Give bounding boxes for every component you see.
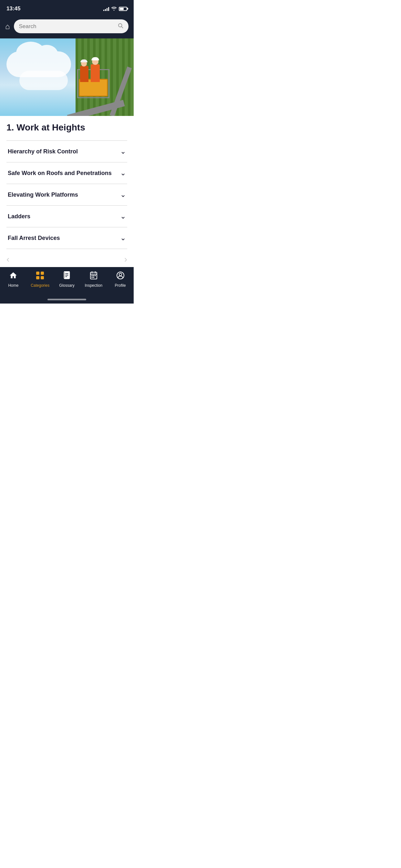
home-bar <box>0 296 134 304</box>
svg-rect-3 <box>41 272 44 275</box>
svg-point-22 <box>119 273 122 276</box>
svg-rect-11 <box>64 272 65 278</box>
nav-item-categories[interactable]: Categories <box>27 271 54 288</box>
search-bar[interactable] <box>14 20 129 33</box>
svg-rect-20 <box>93 277 94 278</box>
accordion-label-safe-work: Safe Work on Roofs and Penetrations <box>8 169 116 177</box>
wifi-icon <box>111 6 117 11</box>
svg-rect-19 <box>91 277 93 278</box>
search-input[interactable] <box>19 23 115 30</box>
nav-item-glossary[interactable]: Glossary <box>54 271 81 288</box>
categories-nav-icon <box>36 271 44 282</box>
status-time: 13:45 <box>6 5 20 12</box>
status-icons <box>103 6 127 11</box>
svg-rect-16 <box>91 275 93 276</box>
header: ⌂ <box>0 16 134 38</box>
battery-icon <box>119 7 127 11</box>
accordion-label-elevating: Elevating Work Platforms <box>8 191 116 198</box>
accordion-item-ladders[interactable]: Ladders ⌄ <box>6 206 127 227</box>
accordion-item-fall-arrest[interactable]: Fall Arrest Devices ⌄ <box>6 227 127 249</box>
bottom-nav: Home Categories Glossary <box>0 267 134 296</box>
prev-arrow[interactable]: ‹ <box>6 254 9 265</box>
svg-rect-18 <box>95 275 96 276</box>
nav-label-home: Home <box>8 283 19 288</box>
chevron-down-icon: ⌄ <box>120 212 126 221</box>
chevron-down-icon: ⌄ <box>120 147 126 156</box>
status-bar: 13:45 <box>0 0 134 16</box>
accordion-item-safe-work[interactable]: Safe Work on Roofs and Penetrations ⌄ <box>6 162 127 184</box>
nav-label-categories: Categories <box>31 283 50 288</box>
home-indicator <box>48 299 86 300</box>
svg-rect-5 <box>41 276 44 279</box>
main-content: 1. Work at Heights Hierarchy of Risk Con… <box>0 116 134 267</box>
chevron-down-icon: ⌄ <box>120 234 126 242</box>
profile-nav-icon <box>116 271 125 282</box>
accordion-label-ladders: Ladders <box>8 213 116 220</box>
nav-item-profile[interactable]: Profile <box>107 271 134 288</box>
accordion-label-fall-arrest: Fall Arrest Devices <box>8 234 116 242</box>
pagination-arrows: ‹ › <box>6 249 127 267</box>
nav-label-inspection: Inspection <box>85 283 102 288</box>
svg-rect-2 <box>36 272 39 275</box>
signal-icon <box>103 6 109 11</box>
inspection-nav-icon <box>90 271 97 282</box>
nav-label-profile: Profile <box>115 283 126 288</box>
svg-line-1 <box>121 27 123 28</box>
search-icon <box>118 23 123 30</box>
home-header-icon[interactable]: ⌂ <box>5 22 10 31</box>
nav-item-inspection[interactable]: Inspection <box>80 271 107 288</box>
home-nav-icon <box>9 271 18 282</box>
accordion-list: Hierarchy of Risk Control ⌄ Safe Work on… <box>6 141 127 249</box>
nav-item-home[interactable]: Home <box>0 271 27 288</box>
page-title: 1. Work at Heights <box>6 122 127 133</box>
svg-rect-17 <box>93 275 94 276</box>
chevron-down-icon: ⌄ <box>120 190 126 199</box>
svg-rect-4 <box>36 276 39 279</box>
accordion-item-hierarchy[interactable]: Hierarchy of Risk Control ⌄ <box>6 141 127 162</box>
nav-label-glossary: Glossary <box>59 283 74 288</box>
accordion-item-elevating[interactable]: Elevating Work Platforms ⌄ <box>6 184 127 206</box>
chevron-down-icon: ⌄ <box>120 169 126 177</box>
accordion-label-hierarchy: Hierarchy of Risk Control <box>8 148 116 155</box>
next-arrow[interactable]: › <box>124 254 127 265</box>
hero-image <box>0 38 134 116</box>
glossary-nav-icon <box>63 271 71 282</box>
